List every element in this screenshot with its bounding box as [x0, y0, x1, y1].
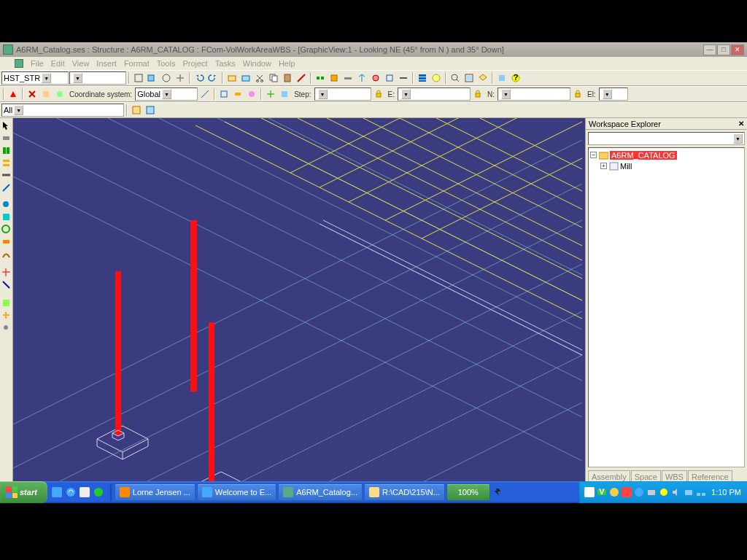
tool-button[interactable]: [239, 71, 252, 85]
tool-button[interactable]: [495, 71, 508, 85]
tool-button[interactable]: [416, 71, 429, 85]
menu-project[interactable]: Project: [182, 59, 207, 68]
tray-icon[interactable]: [609, 487, 619, 497]
help-button[interactable]: ?: [509, 71, 522, 85]
tool-button[interactable]: [397, 71, 410, 85]
tool-button[interactable]: [0, 182, 12, 193]
tray-icon[interactable]: [622, 487, 632, 497]
tool-button[interactable]: [328, 71, 341, 85]
taskbar-item[interactable]: Welcome to E...: [197, 483, 276, 501]
taskbar-item[interactable]: Lorne Jensen ...: [115, 483, 196, 501]
battery-indicator[interactable]: 100%: [446, 483, 490, 501]
explorer-combo[interactable]: ▼: [588, 132, 745, 145]
lock-button[interactable]: [372, 88, 385, 101]
tray-icon[interactable]: [684, 487, 694, 497]
tool-button[interactable]: [39, 88, 53, 101]
lock-button[interactable]: [471, 88, 484, 101]
tool-button[interactable]: [295, 71, 308, 85]
tool-button[interactable]: [264, 88, 277, 101]
pointer-tool[interactable]: [0, 120, 12, 131]
menu-view[interactable]: View: [72, 59, 90, 68]
menu-window[interactable]: Window: [243, 59, 271, 68]
tool-button[interactable]: [430, 71, 443, 85]
tool-button[interactable]: [341, 71, 355, 85]
tool-button[interactable]: [0, 322, 12, 333]
tool-button[interactable]: [0, 309, 12, 321]
collapse-icon[interactable]: −: [590, 152, 597, 158]
tool-button[interactable]: [0, 144, 12, 156]
tool-button[interactable]: [146, 71, 159, 85]
tool-button[interactable]: [160, 71, 173, 85]
el-combo[interactable]: ▼: [599, 88, 628, 101]
tool-button[interactable]: [245, 88, 258, 101]
menu-tasks[interactable]: Tasks: [215, 59, 236, 68]
filter-combo[interactable]: All ▼: [1, 104, 124, 117]
tray-icon[interactable]: [584, 487, 595, 497]
tray-icon[interactable]: V: [597, 487, 607, 497]
delete-button[interactable]: [26, 88, 39, 101]
redo-button[interactable]: [206, 71, 220, 85]
menu-format[interactable]: Format: [124, 59, 150, 68]
tool-button[interactable]: [0, 157, 12, 168]
menu-edit[interactable]: Edit: [51, 59, 65, 68]
step-combo[interactable]: ▼: [314, 88, 371, 101]
explorer-tree[interactable]: − A6RM_CATALOG + Mill: [588, 147, 745, 467]
lock-button[interactable]: [571, 88, 584, 101]
clock[interactable]: 1:10 PM: [711, 488, 741, 497]
menu-insert[interactable]: Insert: [96, 59, 117, 68]
tool-button[interactable]: [369, 71, 382, 85]
tool-button[interactable]: [0, 266, 12, 278]
tool-button[interactable]: [132, 71, 145, 85]
volume-icon[interactable]: [671, 487, 681, 497]
copy-button[interactable]: [267, 71, 280, 85]
tool-button[interactable]: [0, 223, 12, 235]
tool-button[interactable]: [0, 169, 12, 181]
menu-file[interactable]: File: [31, 59, 44, 68]
e-combo[interactable]: ▼: [398, 88, 471, 101]
tool-button[interactable]: [225, 71, 239, 85]
tool-button[interactable]: [174, 71, 187, 85]
3d-viewport[interactable]: [13, 118, 585, 483]
tool-button[interactable]: [144, 104, 157, 117]
menu-help[interactable]: Help: [279, 59, 295, 68]
quick-launch-item[interactable]: [50, 485, 63, 499]
n-combo[interactable]: ▼: [498, 88, 570, 101]
quick-launch-item[interactable]: [64, 485, 77, 499]
tray-icon[interactable]: [634, 487, 644, 497]
tool-button[interactable]: [0, 198, 12, 210]
close-button[interactable]: ✕: [731, 44, 744, 55]
tool-button[interactable]: [314, 71, 327, 85]
tool-button[interactable]: [53, 88, 66, 101]
zoom-button[interactable]: [449, 71, 462, 85]
tray-icon[interactable]: [646, 487, 657, 497]
tree-root[interactable]: − A6RM_CATALOG: [590, 149, 743, 160]
paste-button[interactable]: [281, 71, 294, 85]
tool-button[interactable]: [231, 88, 244, 101]
tool-button[interactable]: [0, 297, 12, 308]
tool-button[interactable]: [0, 248, 12, 260]
tool-button[interactable]: [383, 71, 396, 85]
tool-button[interactable]: [462, 71, 476, 85]
quick-launch-item[interactable]: [78, 485, 91, 499]
tool-button[interactable]: [0, 211, 12, 222]
taskbar-item[interactable]: A6RM_Catalog...: [278, 483, 363, 501]
taskbar-item[interactable]: R:\CAD\215\N...: [364, 483, 445, 501]
cut-button[interactable]: [253, 71, 266, 85]
start-button[interactable]: start: [0, 481, 47, 503]
tool-button[interactable]: [355, 71, 368, 85]
tool-button[interactable]: [217, 88, 231, 101]
tool-button[interactable]: [0, 279, 12, 290]
power-icon[interactable]: [491, 483, 506, 501]
style-combo[interactable]: ▼: [69, 71, 126, 85]
network-icon[interactable]: [696, 487, 706, 497]
expand-icon[interactable]: +: [600, 163, 607, 169]
tree-child[interactable]: + Mill: [590, 160, 743, 171]
layer-combo[interactable]: HST_STR ▼: [1, 71, 69, 85]
undo-button[interactable]: [193, 71, 206, 85]
tool-button[interactable]: [7, 88, 20, 101]
tray-icon[interactable]: [659, 487, 669, 497]
menu-tools[interactable]: Tools: [157, 59, 176, 68]
minimize-button[interactable]: —: [703, 44, 716, 55]
tool-button[interactable]: [0, 236, 12, 247]
coord-combo[interactable]: Global ▼: [135, 88, 198, 101]
